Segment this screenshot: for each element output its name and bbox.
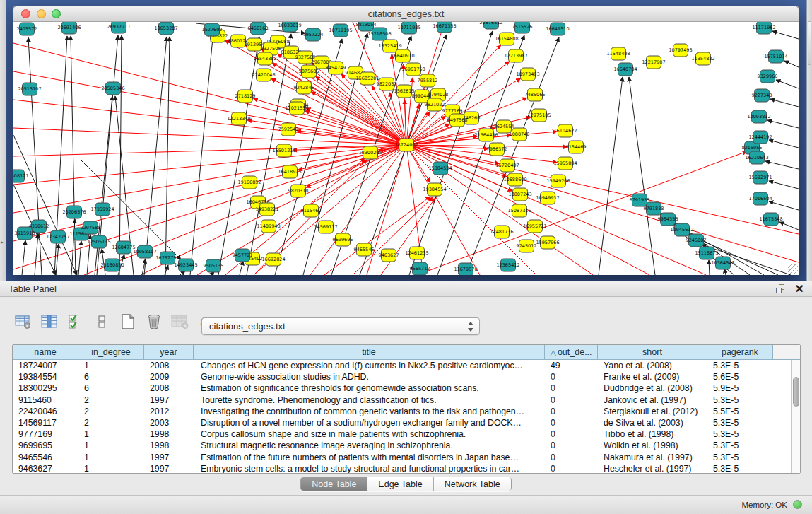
float-window-icon[interactable] [776,284,787,294]
column-header-title[interactable]: title [194,345,545,360]
left-panel-edge: ▸ [0,0,6,281]
table-row[interactable]: 911546021997Tourette syndrome. Phenomeno… [13,395,791,406]
network-graph[interactable]: 1872400776638228860124391295415226058932… [13,22,799,275]
tab-network-table[interactable]: Network Table [434,477,511,491]
dropdown-stepper-icon [467,321,473,332]
window-resize-grip[interactable] [788,264,798,274]
graph-node-label: 17342757 [46,234,69,240]
sort-ascending-icon: △ [550,348,555,356]
cell-out-de: 0 [545,382,598,394]
graph-node-label: 16692824 [261,257,285,262]
table-settings-icon[interactable] [14,313,33,331]
tab-node-table[interactable]: Node Table [301,477,367,491]
cell-pagerank: 5.6E-5 [707,371,773,382]
graph-node-label: 10653287 [154,25,177,31]
graph-node-label: 2405572 [17,26,37,32]
graph-node-label: 8813054 [356,22,377,28]
cell-in-degree: 2 [78,417,144,428]
table-row[interactable]: 1872400712008Changes of HCN gene express… [13,360,791,371]
cell-filler [773,440,791,451]
right-panel-handle[interactable] [808,21,811,65]
network-view-window[interactable]: citations_edges.txt 18724007766382288601… [13,6,799,275]
graph-node-label: 14938221 [255,206,278,212]
graph-node-label: 10688609 [503,177,526,182]
graph-node-label: 7485065 [525,92,546,98]
cell-filler [773,360,791,371]
column-header-pagerank[interactable]: pagerank [707,345,773,360]
cell-pagerank: 5.5E-5 [707,406,773,417]
column-header-short[interactable]: short [598,345,707,360]
cell-name: 14569117 [13,417,78,428]
panel-collapse-arrow-icon[interactable]: ▸ [1,239,4,245]
column-header-year[interactable]: year [144,345,194,360]
select-columns-icon[interactable] [40,313,59,331]
graph-node-label: 9154469 [566,144,587,150]
table-row[interactable]: 1456911722003Disruption of a novel membe… [13,417,791,428]
graph-node-label: 9821022 [425,102,445,107]
graph-node-label: 16104627 [553,128,577,134]
graph-node-label: 15118675 [695,250,718,256]
cell-filler [773,417,791,428]
cell-year: 1998 [144,440,194,451]
scrollbar-thumb[interactable] [793,377,799,407]
cell-filler [773,463,791,473]
table-row[interactable]: 946554611997Estimation of the future num… [13,452,791,463]
window-titlebar[interactable]: citations_edges.txt [13,6,799,22]
column-header-name[interactable]: name [13,345,78,360]
graph-node-label: 9227343 [752,93,772,98]
vertical-scrollbar[interactable] [791,360,800,473]
graph-node-label: 20513107 [18,86,41,92]
cell-out-de: 0 [545,452,598,463]
table-row[interactable]: 946362711997Embryonic stem cells: a mode… [13,463,791,473]
graph-node-label: 11171962 [752,25,775,30]
table-row[interactable]: 1830029562008Estimation of significance … [13,382,791,394]
graph-node-label: 9505135 [204,263,224,269]
tab-edge-table[interactable]: Edge Table [367,477,433,491]
close-icon[interactable]: ✕ [795,282,804,296]
graph-node-label: 10711935 [397,25,420,30]
table-selector-dropdown[interactable]: citations_edges.txt [201,317,480,335]
cell-title: Investigating the contribution of common… [194,406,545,417]
close-button[interactable] [21,9,30,18]
graph-node-label: 10797493 [669,47,692,53]
table-row[interactable]: 2242004622012Investigating the contribut… [13,406,791,417]
graph-node-label: 9245087 [686,238,707,243]
column-header-in-degree[interactable]: in_degree [78,345,144,360]
graph-node-label: 12021559 [285,105,308,111]
column-header-out-de[interactable]: △out_de... [545,345,598,360]
cell-in-degree: 6 [78,371,144,382]
graph-node-label: 22420046 [252,72,275,78]
row-height-icon[interactable] [93,313,111,331]
cell-short: Franke et al. (2009) [598,371,707,382]
cell-title: Genome-wide association studies in ADHD. [194,371,545,382]
zoom-button[interactable] [52,9,61,18]
graph-node-label: 16418925 [278,169,301,175]
graph-node-label: 15218506 [367,31,391,37]
graph-node-label: 12217987 [642,59,665,65]
new-table-icon[interactable] [119,313,137,331]
graph-node-label: 1080748 [510,132,530,137]
minimize-button[interactable] [37,9,46,18]
graph-node-label: 8215955 [742,145,763,151]
network-canvas[interactable]: 1872400776638228860124391295415226058932… [13,22,799,275]
graph-node-label: 12093832 [747,114,770,119]
table-row[interactable]: 1938455462009Genome-wide association stu… [13,371,791,382]
cell-filler [773,452,791,463]
memory-status-label: Memory: OK [741,501,787,509]
select-rows-icon[interactable] [66,313,85,331]
graph-node-label: 11679570 [454,267,477,272]
graph-node-label: 25160850 [100,262,124,268]
graph-node-label: 9820310 [288,188,309,194]
cell-pagerank: 5.3E-5 [707,428,773,440]
delete-table-icon[interactable] [145,313,163,331]
cell-title: Estimation of the future numbers of pati… [194,452,545,463]
table-row[interactable]: 969969511998Structural magnetic resonanc… [13,440,791,451]
graph-node-label: 7957224 [303,32,324,37]
graph-node-label: 9297588 [81,225,101,230]
graph-node-label: 9329966 [758,74,778,79]
graph-node-label: 6466160 [248,25,269,31]
cell-filler [773,371,791,382]
table-row[interactable]: 977716911998Corpus callosum shape and si… [13,428,791,440]
cell-filler [773,406,791,417]
cell-year: 2008 [144,360,194,371]
